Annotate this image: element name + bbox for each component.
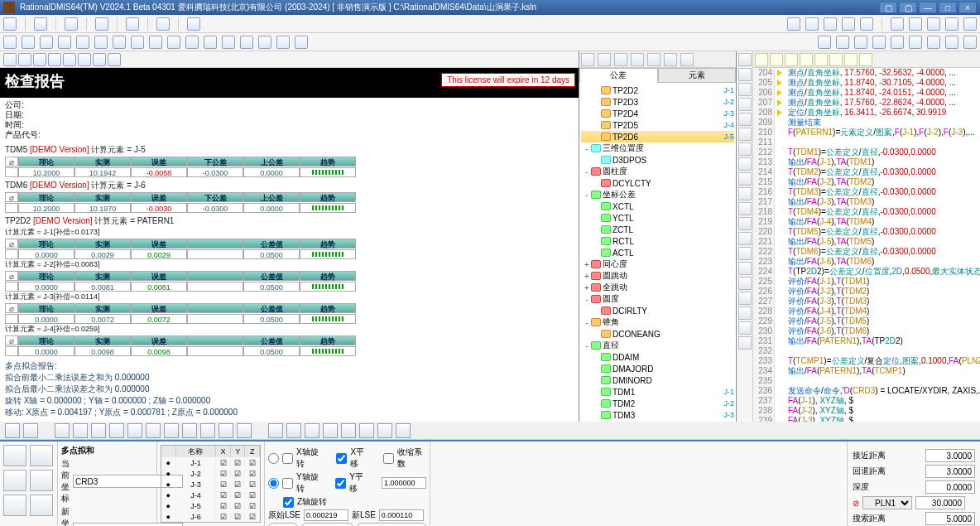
expand-icon[interactable]: - (583, 318, 591, 327)
tb2-icon[interactable] (276, 36, 290, 49)
tree-node[interactable]: TP2D2J-1 (581, 84, 734, 96)
code-line[interactable]: 235 (753, 376, 980, 386)
tree-node[interactable]: DMAJORD (581, 363, 734, 374)
tree-node[interactable]: -圆柱度 (581, 166, 734, 177)
code-line[interactable]: 208定位/直角坐标, 16.3411, -26.6674, 30.9919 (753, 108, 980, 118)
tb2-icon-r[interactable] (818, 36, 831, 49)
tree-node[interactable]: DMINORD (581, 374, 734, 386)
tb2-icon[interactable] (22, 36, 35, 49)
code-line[interactable]: 230评价/FA(J-6),T(TDM6) (753, 326, 980, 336)
plane-select[interactable]: PLN1 (862, 496, 912, 509)
bb-icon[interactable] (164, 423, 179, 438)
scale-input[interactable] (382, 477, 426, 489)
tb2-icon-r[interactable] (945, 36, 958, 49)
table-row[interactable]: ●J-2☑☑☑ (161, 468, 260, 479)
report-tb-icon[interactable] (48, 53, 61, 66)
code-line[interactable]: 218T(TDM4)=公差定义/直径,-0.0300,0.0000 (753, 207, 980, 217)
dock-icon[interactable] (3, 470, 26, 491)
tb2-icon[interactable] (258, 36, 271, 49)
expand-icon[interactable]: - (583, 191, 591, 200)
rot-radio[interactable] (268, 478, 279, 489)
report-tb-icon[interactable] (93, 53, 106, 66)
tb2-icon-r[interactable] (909, 36, 922, 49)
table-row[interactable]: ●J-4☑☑☑ (161, 490, 260, 500)
bb-icon[interactable] (91, 423, 106, 438)
vstrip-icon[interactable] (738, 53, 752, 66)
fit-button[interactable]: 拟和 (268, 523, 298, 526)
code-tb-icon[interactable] (859, 53, 872, 66)
bb-icon[interactable] (55, 423, 70, 438)
tb2-icon[interactable] (185, 36, 199, 49)
maximize-button[interactable]: □ (939, 2, 957, 13)
code-line[interactable]: 226评价/FA(J-2),T(TDM2) (753, 287, 980, 297)
code-line[interactable]: 209测量结束 (753, 118, 980, 128)
tree-tb-icon[interactable] (680, 53, 694, 66)
expand-icon[interactable]: - (583, 341, 591, 350)
vstrip-icon[interactable] (738, 187, 752, 200)
code-editor[interactable]: 204测点/直角坐标, 17.5760, -32.5632, -4.0000, … (753, 51, 980, 422)
vstrip-icon[interactable] (738, 247, 752, 260)
code-line[interactable]: 222T(TDM6)=公差定义/直径,-0.0300,0.0000 (753, 247, 980, 257)
code-line[interactable]: 213输出/FA(J-1),TA(TDM1) (753, 157, 980, 167)
bb-icon[interactable] (237, 423, 252, 438)
tree-node[interactable]: -三维位置度 (581, 142, 734, 154)
code-line[interactable]: 239 FA(J-3), XYZ轴, $ (753, 416, 980, 422)
vstrip-icon[interactable] (738, 336, 752, 350)
vstrip-icon[interactable] (738, 172, 752, 186)
bb-icon[interactable] (5, 423, 20, 438)
expand-icon[interactable]: + (583, 260, 591, 269)
code-tb-icon[interactable] (814, 53, 828, 66)
vstrip-icon[interactable] (738, 142, 752, 156)
vstrip-icon[interactable] (738, 262, 752, 275)
tree-node[interactable]: ZCTL (581, 224, 734, 235)
add-activate-crs-button[interactable]: 添加/激活坐标系 (357, 523, 426, 526)
tb2-icon[interactable] (204, 36, 217, 49)
tb2-icon[interactable] (3, 36, 17, 49)
tb1-icon-r7[interactable] (909, 17, 922, 31)
tree-node[interactable]: ACTL (581, 247, 734, 258)
tree-node[interactable]: -锥角 (581, 316, 734, 328)
code-line[interactable]: 224T(TP2D2)=公差定义/位置度,2D,0.0500,最大实体状态 (753, 267, 980, 277)
tb2-icon[interactable] (240, 36, 253, 49)
tb1-icon-r3[interactable] (824, 17, 837, 31)
vstrip-icon[interactable] (738, 306, 752, 320)
yrot-cb[interactable] (282, 478, 293, 489)
tb1-icon-2[interactable] (34, 17, 47, 31)
tree-tb-icon[interactable] (581, 53, 594, 66)
tree-tb-icon[interactable] (614, 53, 627, 66)
code-line[interactable]: 204测点/直角坐标, 17.5760, -32.5632, -4.0000, … (753, 68, 980, 78)
depth-input[interactable] (925, 480, 975, 494)
bb-icon[interactable] (219, 423, 233, 438)
tree-node[interactable]: RCTL (581, 235, 734, 247)
code-line[interactable]: 217输出/FA(J-3),TA(TDM3) (753, 197, 980, 207)
vstrip-icon[interactable] (738, 232, 752, 245)
tb2-icon[interactable] (58, 36, 71, 49)
report-tb-icon[interactable] (78, 53, 91, 66)
code-tb-icon[interactable] (829, 53, 843, 66)
window-button-1[interactable]: ▢ (879, 2, 897, 13)
expand-icon[interactable]: + (583, 283, 591, 292)
tb2-icon[interactable] (76, 36, 89, 49)
code-line[interactable]: 211 (753, 138, 980, 147)
vstrip-icon[interactable] (738, 98, 752, 111)
tree-node[interactable]: +圆跳动 (581, 270, 734, 282)
dock-icon[interactable] (3, 495, 26, 516)
code-tb-icon[interactable] (844, 53, 858, 66)
tree-node[interactable]: TP2D6J-5 (581, 131, 734, 142)
bb-icon[interactable] (109, 423, 124, 438)
expand-icon[interactable]: - (583, 295, 591, 304)
bb-icon[interactable] (341, 423, 356, 438)
tb2-icon[interactable] (222, 36, 235, 49)
tb2-icon[interactable] (94, 36, 108, 49)
code-line[interactable]: 233T(TCMP1)=公差定义/复合定位,图案,0.1000,FA(PLN2.… (753, 356, 980, 366)
tree-node[interactable]: YCTL (581, 212, 734, 224)
code-line[interactable]: 207测点/直角坐标, 17.5760, -22.8624, -4.0000, … (753, 98, 980, 108)
vstrip-icon[interactable] (738, 292, 752, 305)
expand-icon[interactable]: - (583, 167, 591, 176)
report-tb-icon[interactable] (33, 53, 46, 66)
report-tb-icon[interactable] (63, 53, 76, 66)
bb-icon[interactable] (268, 423, 283, 438)
minimize-button[interactable]: — (919, 2, 937, 13)
tb2-icon-r[interactable] (872, 36, 886, 49)
code-line[interactable]: 238 FA(J-2), XYZ轴, $ (753, 406, 980, 416)
